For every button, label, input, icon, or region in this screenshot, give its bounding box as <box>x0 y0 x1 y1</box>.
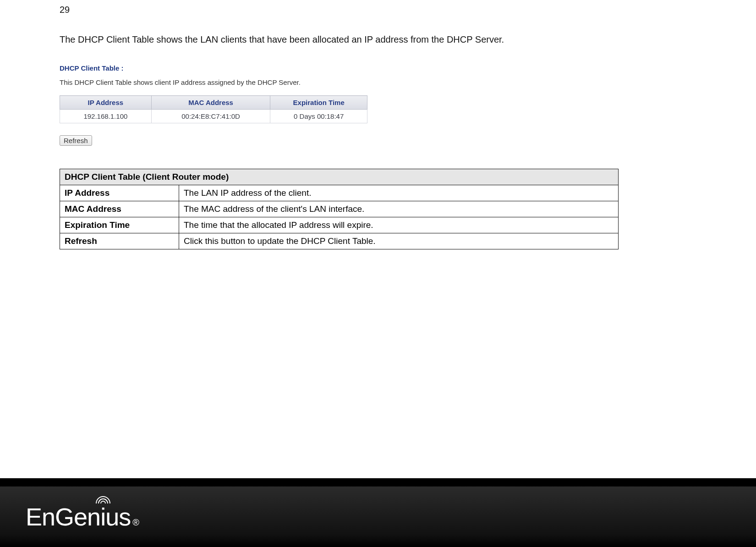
header-expiration: Expiration Time <box>270 96 367 110</box>
header-mac: MAC Address <box>151 96 270 110</box>
dhcp-client-table: IP Address MAC Address Expiration Time 1… <box>60 95 367 123</box>
table-header-row: IP Address MAC Address Expiration Time <box>60 96 367 110</box>
intro-paragraph: The DHCP Client Table shows the LAN clie… <box>60 34 696 45</box>
desc-table-title: DHCP Client Table (Client Router mode) <box>60 169 619 185</box>
desc-row: MAC Address The MAC address of the clien… <box>60 201 619 217</box>
dhcp-screenshot: DHCP Client Table : This DHCP Client Tab… <box>60 64 376 146</box>
cell-expiration: 0 Days 00:18:47 <box>270 110 367 123</box>
desc-label: MAC Address <box>60 201 179 217</box>
table-row: 192.168.1.100 00:24:E8:C7:41:0D 0 Days 0… <box>60 110 367 123</box>
desc-value: Click this button to update the DHCP Cli… <box>179 233 619 249</box>
page-footer: EnGen ius® <box>0 478 756 547</box>
desc-header-row: DHCP Client Table (Client Router mode) <box>60 169 619 185</box>
desc-row: Refresh Click this button to update the … <box>60 233 619 249</box>
desc-value: The time that the allocated IP address w… <box>179 217 619 233</box>
wifi-arcs-icon <box>94 494 112 504</box>
desc-value: The MAC address of the client's LAN inte… <box>179 201 619 217</box>
desc-label: Refresh <box>60 233 179 249</box>
refresh-button[interactable]: Refresh <box>60 135 92 146</box>
desc-value: The LAN IP address of the client. <box>179 185 619 201</box>
desc-label: Expiration Time <box>60 217 179 233</box>
registered-mark: ® <box>132 517 139 528</box>
header-ip: IP Address <box>60 96 152 110</box>
desc-label: IP Address <box>60 185 179 201</box>
cell-mac: 00:24:E8:C7:41:0D <box>151 110 270 123</box>
desc-row: IP Address The LAN IP address of the cli… <box>60 185 619 201</box>
screenshot-description: This DHCP Client Table shows client IP a… <box>60 78 376 86</box>
description-table: DHCP Client Table (Client Router mode) I… <box>60 169 619 249</box>
screenshot-title: DHCP Client Table : <box>60 64 376 72</box>
cell-ip: 192.168.1.100 <box>60 110 152 123</box>
desc-row: Expiration Time The time that the alloca… <box>60 217 619 233</box>
engenius-logo: EnGen ius® <box>26 503 139 531</box>
page-number: 29 <box>60 5 696 15</box>
